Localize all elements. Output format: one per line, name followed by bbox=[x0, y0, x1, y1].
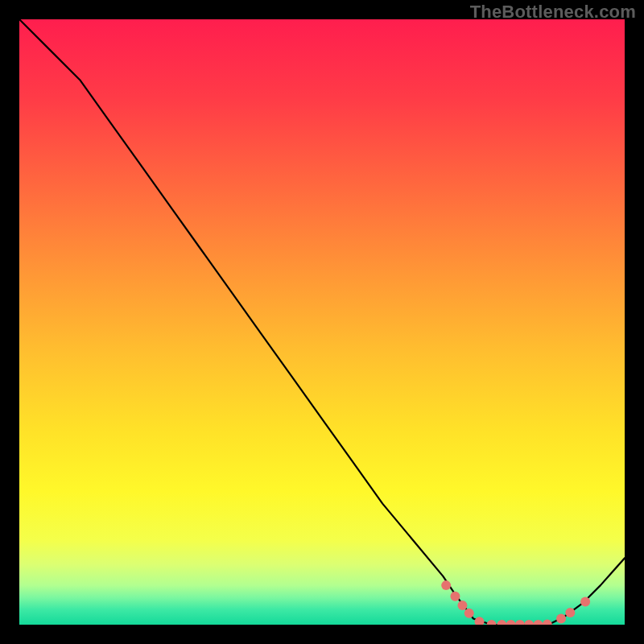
highlight-dot bbox=[565, 608, 575, 617]
plot-area bbox=[19, 19, 625, 625]
highlight-dot bbox=[556, 613, 566, 623]
highlight-dot bbox=[441, 580, 451, 590]
highlight-dot bbox=[450, 592, 460, 601]
highlight-dot bbox=[464, 609, 474, 618]
watermark-text: TheBottleneck.com bbox=[470, 2, 636, 23]
gradient-background bbox=[19, 19, 625, 625]
chart-frame: TheBottleneck.com bbox=[0, 0, 644, 644]
chart-canvas bbox=[19, 19, 625, 625]
highlight-dot bbox=[457, 601, 467, 610]
highlight-dot bbox=[580, 597, 590, 606]
